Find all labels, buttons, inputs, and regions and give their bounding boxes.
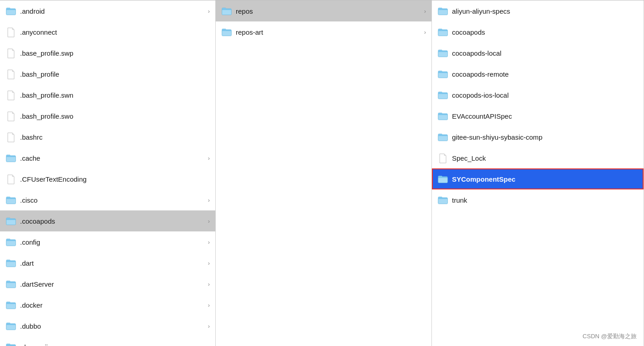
file-icon: [5, 27, 16, 37]
folder-icon: [5, 195, 16, 204]
folder-icon: [437, 132, 448, 142]
list-item-bashrc[interactable]: .bashrc: [0, 126, 215, 147]
folder-icon: [5, 6, 16, 16]
item-label: cocopods-ios-local: [452, 91, 638, 99]
item-label: .duguanjia: [20, 343, 204, 346]
folder-icon: [5, 321, 16, 330]
list-item-cisco[interactable]: .cisco›: [0, 189, 215, 210]
column-1: .android› .anyconnect .base_profile.swp …: [0, 0, 216, 346]
chevron-right-icon: ›: [208, 281, 210, 288]
list-item-bash_profile_swo[interactable]: .bash_profile.swo: [0, 105, 215, 126]
item-label: .CFUserTextEncoding: [20, 175, 210, 183]
item-label: .docker: [20, 301, 204, 309]
finder-window: .android› .anyconnect .base_profile.swp …: [0, 0, 644, 346]
item-label: cocoapods-local: [452, 49, 638, 57]
item-label: .android: [20, 7, 204, 15]
item-label: .config: [20, 238, 204, 246]
column-2: repos› repos-art›: [216, 0, 432, 346]
folder-icon: [5, 237, 16, 246]
item-label: .bash_profile.swn: [20, 91, 210, 99]
list-item-Spec_Lock[interactable]: Spec_Lock: [432, 147, 644, 168]
folder-icon: [221, 27, 232, 37]
list-item-duguanjia[interactable]: .duguanjia›: [0, 336, 215, 346]
folder-icon: [437, 69, 448, 79]
chevron-right-icon: ›: [208, 218, 210, 225]
item-label: cocoapods-remote: [452, 70, 638, 78]
item-label: .dartServer: [20, 280, 204, 288]
item-label: .cisco: [20, 196, 204, 204]
item-label: .bashrc: [20, 133, 210, 141]
file-icon: [5, 111, 16, 121]
list-item-trunk[interactable]: trunk: [432, 189, 644, 210]
watermark-text: CSDN @爱勤海之旅: [582, 332, 637, 341]
chevron-right-icon: ›: [208, 155, 210, 162]
item-label: aliyun-aliyun-specs: [452, 7, 638, 15]
list-item-bash_profile_swn[interactable]: .bash_profile.swn: [0, 84, 215, 105]
item-label: .cache: [20, 154, 204, 162]
list-item-cocoapods2[interactable]: cocoapods: [432, 21, 644, 42]
file-icon: [5, 69, 16, 79]
folder-icon: [5, 258, 16, 267]
list-item-gitee_sun[interactable]: gitee-sun-shiyu-sybasic-comp: [432, 126, 644, 147]
item-label: .dart: [20, 259, 204, 267]
chevron-right-icon: ›: [208, 8, 210, 15]
list-item-repos_art[interactable]: repos-art›: [216, 21, 431, 42]
item-label: cocoapods: [452, 28, 638, 36]
folder-icon: [437, 195, 448, 204]
list-item-cocopods_ios_local[interactable]: cocopods-ios-local: [432, 84, 644, 105]
item-label: gitee-sun-shiyu-sybasic-comp: [452, 133, 638, 141]
item-label: SYComponentSpec: [452, 175, 638, 183]
file-icon: [5, 48, 16, 58]
item-label: EVAccountAPISpec: [452, 112, 638, 120]
list-item-dart[interactable]: .dart›: [0, 252, 215, 273]
column-3: aliyun-aliyun-specs cocoapods cocoapods-…: [432, 0, 644, 346]
list-item-repos[interactable]: repos›: [216, 0, 431, 21]
file-icon: [5, 90, 16, 100]
item-label: Spec_Lock: [452, 154, 638, 162]
folder-icon: [5, 342, 16, 346]
list-item-cocoapods_remote[interactable]: cocoapods-remote: [432, 63, 644, 84]
item-label: .cocoapods: [20, 217, 204, 225]
list-item-android[interactable]: .android›: [0, 0, 215, 21]
list-item-cocoapods_local[interactable]: cocoapods-local: [432, 42, 644, 63]
list-item-dartServer[interactable]: .dartServer›: [0, 273, 215, 294]
file-icon: [5, 174, 16, 183]
item-label: trunk: [452, 196, 638, 204]
list-item-CFUserTextEncoding[interactable]: .CFUserTextEncoding: [0, 168, 215, 189]
list-item-cocoapods[interactable]: .cocoapods›: [0, 210, 215, 231]
folder-icon: [221, 6, 232, 16]
folder-icon: [437, 90, 448, 100]
item-label: .anyconnect: [20, 28, 210, 36]
item-label: .dubbo: [20, 322, 204, 330]
folder-icon: [437, 27, 448, 37]
list-item-config[interactable]: .config›: [0, 231, 215, 252]
item-label: .bash_profile: [20, 70, 210, 78]
list-item-cache[interactable]: .cache›: [0, 147, 215, 168]
file-icon: [5, 132, 16, 142]
folder-icon: [5, 153, 16, 163]
chevron-right-icon: ›: [208, 197, 210, 204]
chevron-right-icon: ›: [424, 29, 426, 36]
item-label: repos: [236, 7, 421, 15]
chevron-right-icon: ›: [208, 323, 210, 330]
list-item-EVAccountAPISpec[interactable]: EVAccountAPISpec: [432, 105, 644, 126]
list-item-docker[interactable]: .docker›: [0, 294, 215, 315]
folder-icon: [5, 279, 16, 288]
chevron-right-icon: ›: [208, 260, 210, 267]
list-item-base_profile_swp[interactable]: .base_profile.swp: [0, 42, 215, 63]
folder-icon: [437, 111, 448, 121]
folder-icon: [5, 216, 16, 225]
folder-icon: [437, 6, 448, 16]
list-item-dubbo[interactable]: .dubbo›: [0, 315, 215, 336]
folder-icon: [437, 174, 448, 183]
item-label: repos-art: [236, 28, 421, 36]
chevron-right-icon: ›: [424, 8, 426, 15]
chevron-right-icon: ›: [208, 239, 210, 246]
item-label: .base_profile.swp: [20, 49, 210, 57]
chevron-right-icon: ›: [208, 302, 210, 309]
list-item-bash_profile[interactable]: .bash_profile: [0, 63, 215, 84]
list-item-anyconnect[interactable]: .anyconnect: [0, 21, 215, 42]
list-item-SYComponentSpec[interactable]: SYComponentSpec: [432, 168, 644, 189]
list-item-aliyun_aliyun_specs[interactable]: aliyun-aliyun-specs: [432, 0, 644, 21]
folder-icon: [5, 300, 16, 309]
